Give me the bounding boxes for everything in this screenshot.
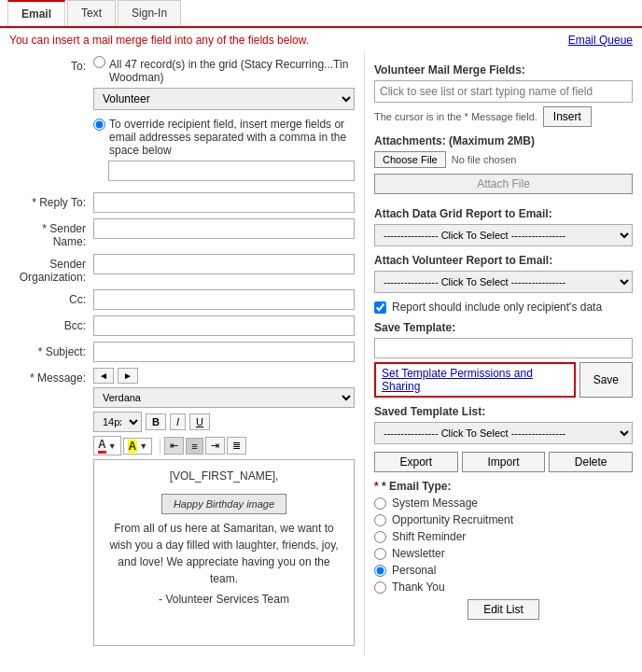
email-queue-link[interactable]: Email Queue [559, 28, 642, 52]
to-label: To: [9, 56, 93, 73]
attach-file-btn[interactable]: Attach File [374, 174, 633, 194]
attach-grid-select[interactable]: ---------------- Click To Select -------… [374, 224, 633, 246]
insert-btn[interactable]: Insert [543, 106, 592, 127]
report-checkbox-label: Report should include only recipient's d… [392, 301, 602, 314]
align-left-btn[interactable]: ⇤ [164, 437, 184, 455]
email-type-radio-4[interactable] [374, 565, 386, 577]
to-radio-all[interactable] [93, 56, 105, 68]
edit-list-btn[interactable]: Edit List [468, 599, 539, 620]
body-vol-name: [VOL_FIRST_NAME], [104, 469, 344, 483]
font-color-icon: A [98, 438, 106, 454]
email-type-label-3: Newsletter [392, 547, 445, 560]
to-dropdown[interactable]: Volunteer [93, 88, 355, 110]
reply-to-input[interactable]: btalbot@samaritan.com [93, 192, 355, 213]
cc-label: Cc: [9, 289, 93, 306]
template-name-input[interactable]: Happy Birthday Vols [374, 338, 633, 358]
email-type-radio-0[interactable] [374, 497, 386, 510]
bcc-input[interactable] [93, 315, 355, 336]
highlight-arrow: ▼ [139, 441, 147, 451]
body-image-placeholder: Happy Birthday image [161, 494, 286, 514]
email-type-label-2: Shift Reminder [392, 530, 466, 543]
body-signature: - Volunteer Services Team [104, 593, 344, 606]
email-type-radio-5[interactable] [374, 581, 386, 594]
attach-grid-label: Attach Data Grid Report to Email: [374, 207, 633, 220]
redo-btn[interactable]: ► [118, 368, 138, 384]
permissions-link[interactable]: Set Template Permissions and Sharing [374, 362, 576, 398]
save-template-label: Save Template: [374, 321, 633, 334]
undo-btn[interactable]: ◄ [93, 368, 114, 384]
to-all-text: All 47 record(s) in the grid (Stacy Recu… [109, 56, 355, 84]
mmf-input[interactable] [374, 80, 633, 103]
email-type-row: Opportunity Recruitment [374, 513, 633, 526]
attachments-label: Attachments: (Maximum 2MB) [374, 134, 633, 147]
tab-sign-in[interactable]: Sign-In [118, 0, 181, 26]
email-type-label: * Email Type: [374, 480, 633, 493]
email-type-row: Newsletter [374, 547, 633, 560]
sender-org-label: Sender Organization: [9, 254, 93, 284]
cursor-note-text: The cursor is in the * Message field. [374, 111, 537, 122]
cc-input[interactable] [93, 289, 355, 310]
subject-input[interactable]: Happy Birthday! [93, 342, 355, 362]
export-btn[interactable]: Export [374, 452, 458, 472]
tab-email[interactable]: Email [7, 0, 65, 26]
email-type-label-0: System Message [392, 497, 478, 510]
email-type-row: Thank You [374, 581, 633, 594]
saved-template-label: Saved Template List: [374, 405, 633, 418]
size-select[interactable]: 14px [93, 412, 142, 432]
highlight-btn[interactable]: A ▼ [123, 438, 153, 455]
message-body[interactable]: [VOL_FIRST_NAME], Happy Birthday image F… [93, 459, 355, 646]
choose-file-btn[interactable]: Choose File [374, 151, 446, 168]
email-type-label-1: Opportunity Recruitment [392, 513, 513, 526]
font-color-btn[interactable]: A ▼ [93, 436, 121, 455]
body-paragraph: From all of us here at Samaritan, we wan… [104, 520, 344, 587]
bcc-label: Bcc: [9, 315, 93, 332]
highlight-icon: A [128, 440, 138, 453]
info-bar: You can insert a mail merge field into a… [0, 28, 318, 52]
delete-btn[interactable]: Delete [549, 452, 633, 472]
font-select[interactable]: Verdana [93, 387, 355, 408]
italic-btn[interactable]: I [170, 413, 186, 430]
message-label: * Message: [9, 368, 93, 385]
to-override-input[interactable]: btalbot@samaritan.com [108, 161, 355, 181]
email-type-radio-3[interactable] [374, 548, 386, 560]
align-right-btn[interactable]: ⇥ [205, 437, 225, 455]
no-file-text: No file chosen [452, 154, 517, 165]
email-type-row: Shift Reminder [374, 530, 633, 543]
to-radio-override[interactable] [93, 119, 105, 131]
tab-text[interactable]: Text [67, 0, 116, 26]
email-type-radio-2[interactable] [374, 531, 386, 543]
reply-to-label: * Reply To: [9, 192, 93, 209]
save-template-btn[interactable]: Save [579, 362, 633, 398]
email-type-label-5: Thank You [392, 581, 445, 594]
email-type-label-4: Personal [392, 564, 436, 577]
to-override-label: To override recipient field, insert merg… [109, 116, 355, 157]
email-type-row: System Message [374, 497, 633, 510]
sender-org-input[interactable]: [DEMO] Samaritan Volunteer Services [93, 254, 355, 274]
email-type-radio-1[interactable] [374, 514, 386, 526]
justify-btn[interactable]: ≣ [227, 437, 246, 455]
align-center-btn[interactable]: ≡ [186, 438, 202, 455]
email-type-row: Personal [374, 564, 633, 577]
underline-btn[interactable]: U [189, 413, 210, 430]
sender-name-input[interactable]: Bill Talbot [93, 218, 355, 239]
report-checkbox[interactable] [374, 301, 386, 314]
email-type-group: System MessageOpportunity RecruitmentShi… [374, 497, 633, 594]
import-btn[interactable]: Import [462, 452, 546, 472]
sender-name-label: * Sender Name: [9, 218, 93, 248]
subject-label: * Subject: [9, 342, 93, 358]
attach-volunteer-select[interactable]: ---------------- Click To Select -------… [374, 271, 633, 293]
attach-volunteer-label: Attach Volunteer Report to Email: [374, 254, 633, 267]
font-color-arrow: ▼ [108, 441, 117, 451]
mmf-label: Volunteer Mail Merge Fields: [374, 63, 633, 77]
saved-template-select[interactable]: ---------------- Click To Select -------… [374, 422, 633, 444]
bold-btn[interactable]: B [146, 413, 166, 430]
